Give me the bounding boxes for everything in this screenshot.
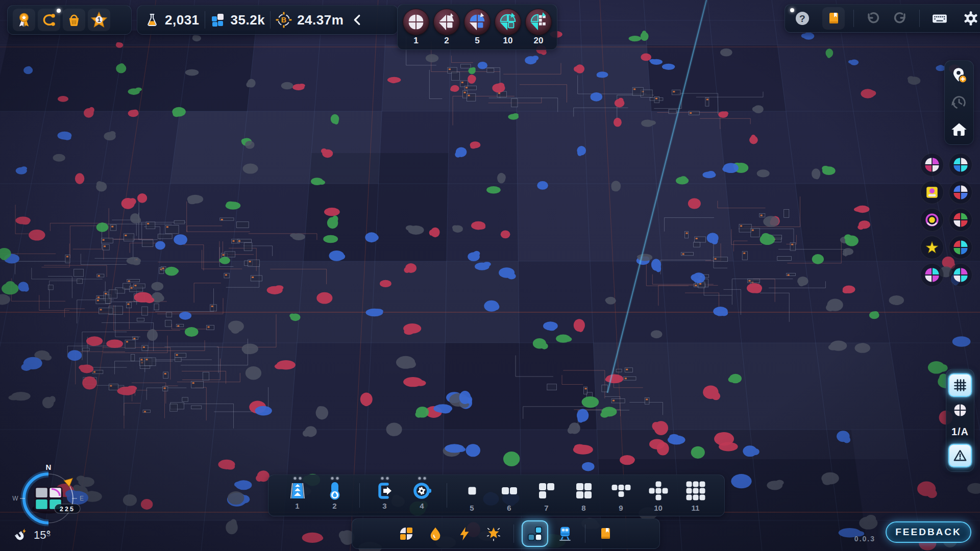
platform-3x3-icon (685, 481, 706, 503)
variant-dots (331, 477, 338, 480)
slot-number: 4 (420, 502, 424, 510)
history-icon (950, 94, 968, 111)
tab-trains[interactable] (553, 521, 577, 546)
toolbar-slot-belt[interactable]: 1 (279, 476, 316, 515)
toolbar-slot-pipe[interactable]: 2 (316, 476, 353, 515)
undo-icon (865, 11, 880, 26)
add-marker-button[interactable] (948, 64, 970, 87)
history-button[interactable] (948, 91, 970, 114)
compass-east-label: E (80, 495, 84, 502)
divider (270, 11, 271, 29)
pinned-shape-badge[interactable] (949, 208, 972, 232)
camera-pitch-value: 15° (34, 529, 51, 542)
toolbar-slot-launcher[interactable]: 3 (366, 476, 403, 515)
platform-blocks-icon (527, 525, 543, 542)
chevron-left-icon[interactable] (351, 13, 364, 27)
divider (359, 483, 360, 508)
toolbar-slot-gear-module[interactable]: 4 (403, 476, 440, 515)
camera-pitch-widget[interactable]: 15° (12, 528, 51, 543)
milestone-badge-5[interactable]: 5 (464, 9, 491, 46)
pinned-shape-badge[interactable] (920, 181, 944, 204)
achievements-button[interactable] (13, 9, 35, 31)
undo-button[interactable] (863, 7, 882, 30)
pinned-shape-badge[interactable] (949, 236, 972, 259)
shape-overview-icon (953, 403, 967, 417)
grid-toggle-button[interactable] (948, 373, 972, 397)
operator-level-value: 1 (97, 16, 101, 23)
tab-knowledge[interactable] (593, 521, 618, 546)
warning-icon (953, 448, 967, 463)
coin-glyph: B (281, 16, 286, 24)
toolbar-slot-platform-T[interactable]: 9 (602, 476, 640, 515)
home-icon (950, 121, 968, 138)
slot-number: 5 (470, 504, 474, 512)
milestone-count: 10 (503, 36, 513, 46)
resources-panel: 2,031 35.2k B 24.37m (137, 5, 398, 35)
shape-badge-icon (433, 9, 460, 35)
pinned-shape-badge[interactable] (920, 236, 944, 259)
tab-effects[interactable] (481, 521, 506, 546)
milestone-badge-10[interactable]: 10 (495, 9, 521, 46)
toolbar-slot-platform-1x1[interactable]: 5 (453, 476, 491, 515)
slot-number: 8 (581, 504, 585, 512)
sparkle-star-icon (485, 525, 502, 542)
tab-shapes[interactable] (394, 521, 419, 546)
pinned-shape-badge[interactable] (949, 181, 972, 204)
basket-icon (66, 12, 82, 28)
fluid-icon (428, 526, 443, 541)
guide-book-button[interactable] (822, 7, 845, 30)
tab-fluids[interactable] (423, 521, 448, 546)
milestone-count: 5 (475, 36, 479, 46)
pinned-shape-badge[interactable] (949, 263, 972, 287)
game-viewport: 1 2,031 35.2k B 24.37m (0, 0, 980, 551)
milestone-badge-20[interactable]: 20 (525, 9, 552, 46)
pinned-shape-badge[interactable] (949, 153, 972, 177)
layer-indicator[interactable]: 1/A (951, 426, 969, 438)
help-button[interactable]: ? (791, 7, 814, 30)
compass-heading-value: 225 (60, 506, 75, 513)
variant-dots (293, 477, 301, 480)
settings-button[interactable] (960, 7, 980, 30)
shape-overview-button[interactable] (953, 403, 967, 419)
blueprint-blocks-icon (210, 12, 226, 28)
slot-number: 6 (507, 504, 511, 512)
tab-platforms[interactable] (522, 520, 548, 547)
magnet-icon (12, 528, 28, 543)
milestone-badge-2[interactable]: 2 (433, 9, 460, 46)
flowchart-icon (41, 12, 57, 28)
platform-L-icon (536, 481, 557, 503)
conveyor-belt-icon (287, 481, 308, 501)
toolbar-slot-platform-3x3[interactable]: 11 (677, 476, 714, 515)
divider (205, 11, 205, 29)
milestone-badge-1[interactable]: 1 (403, 9, 429, 46)
toolbar-slot-platform-cross[interactable]: 10 (640, 476, 677, 515)
top-right-menu-panel: ? (785, 4, 980, 33)
milestone-count: 20 (534, 36, 544, 46)
tab-energy[interactable] (452, 521, 477, 546)
milestone-count: 1 (413, 36, 418, 46)
feedback-button[interactable]: FEEDBACK (886, 521, 971, 543)
version-label: 0.0.3 (845, 535, 875, 543)
pinned-shape-badge[interactable] (920, 263, 944, 287)
slot-number: 1 (295, 502, 299, 510)
shop-button[interactable] (63, 9, 85, 31)
operator-level-button[interactable]: 1 (88, 9, 110, 31)
milestone-badges-panel: 1 2 (397, 4, 557, 50)
map-canvas[interactable] (0, 0, 980, 551)
toolbar-slot-platform-L[interactable]: 7 (528, 476, 565, 515)
shape-badge-icon (525, 9, 552, 35)
home-button[interactable] (948, 118, 970, 141)
pinned-shape-badge[interactable] (920, 153, 944, 177)
research-points-value: 2,031 (165, 12, 200, 28)
warnings-button[interactable] (948, 444, 972, 467)
compass-heading-pill: 225 (55, 504, 80, 513)
pinned-shape-badge[interactable] (920, 208, 944, 232)
redo-button[interactable] (891, 7, 911, 30)
toolbar-slot-platform-1x2[interactable]: 6 (491, 476, 528, 515)
gear-module-icon (412, 481, 432, 501)
keyboard-shortcuts-button[interactable] (928, 7, 951, 30)
help-glyph: ? (799, 13, 805, 24)
add-marker-icon (950, 66, 968, 85)
pinned-shapes-grid (920, 151, 973, 289)
toolbar-slot-platform-2x2[interactable]: 8 (565, 476, 602, 515)
